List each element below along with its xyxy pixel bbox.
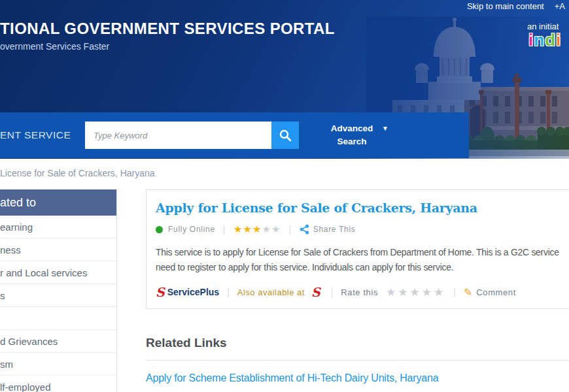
share-this-label: Share This <box>313 225 356 234</box>
star-icon: ★ <box>434 286 445 299</box>
search-bar: ENT SERVICE Advanced▼ Search <box>0 112 469 158</box>
service-links-row: S ServicePlus | Also available at S | Ra… <box>156 285 569 299</box>
star-icon: ★ <box>252 223 262 235</box>
advanced-search-line2: Search <box>337 137 366 146</box>
logo-letter: i <box>528 30 534 50</box>
portal-tagline: overnment Services Faster <box>0 41 109 52</box>
share-this-button[interactable]: Share This <box>300 224 356 235</box>
sidebar-header: ated to <box>0 189 116 216</box>
also-available-label: Also available at <box>237 287 305 297</box>
star-icon: ★ <box>410 286 422 299</box>
service-rating-stars: ★★★★★ <box>233 223 281 235</box>
comment-label: Comment <box>476 287 516 297</box>
service-title: Apply for License for Sale of Crackers, … <box>156 201 569 215</box>
logo-letter: i <box>556 30 561 50</box>
related-to-sidebar: ated to earning ness r and Local service… <box>0 189 117 392</box>
breadcrumb: License for Sale of Crackers, Haryana <box>0 168 155 178</box>
sidebar-item[interactable]: earning <box>0 216 116 238</box>
logo-letter: n <box>534 30 545 50</box>
sidebar-item[interactable]: s <box>0 284 116 307</box>
divider: | <box>223 224 226 235</box>
sidebar-item[interactable]: ness <box>0 238 116 261</box>
search-button[interactable] <box>271 122 299 149</box>
advanced-search-toggle[interactable]: Advanced▼ Search <box>326 122 378 148</box>
description-line: need to register to apply for this servi… <box>156 260 569 275</box>
portal-title: TIONAL GOVERNMENT SERVICES PORTAL <box>0 20 335 38</box>
related-links-section: Related Links Apply for Scheme Establish… <box>146 336 569 384</box>
status-badge: Fully Online <box>168 225 215 234</box>
fully-online-status-icon <box>156 226 163 233</box>
divider: | <box>453 287 456 297</box>
star-icon: ★ <box>233 223 243 235</box>
service-description: This service is to apply for License for… <box>156 245 569 275</box>
sidebar-item[interactable] <box>0 307 116 330</box>
utility-bar: Skip to main content +A <box>467 1 565 11</box>
advanced-search-line1: Advanced <box>331 123 373 133</box>
divider: | <box>288 224 291 235</box>
rate-this-label: Rate this <box>341 287 378 297</box>
india-gov-logo[interactable]: indi <box>528 30 561 50</box>
sidebar-item[interactable]: sm <box>0 353 116 376</box>
divider: | <box>331 287 334 297</box>
skip-to-content-link[interactable]: Skip to main content <box>467 1 544 11</box>
star-icon: ★ <box>386 286 398 299</box>
star-icon: ★ <box>271 223 281 235</box>
star-icon: ★ <box>398 286 409 299</box>
sidebar-item[interactable]: d Grievances <box>0 330 116 353</box>
star-icon: ★ <box>262 223 271 235</box>
service-meta-row: Fully Online | ★★★★★ | Share This <box>156 223 569 235</box>
sidebar-list: earning ness r and Local services s d Gr… <box>0 216 116 392</box>
pencil-icon: ✎ <box>464 286 472 299</box>
search-input[interactable] <box>85 122 271 149</box>
star-icon: ★ <box>422 286 434 299</box>
rate-this-stars[interactable]: ★★★★★ <box>386 286 445 299</box>
top-banner: Skip to main content +A TIONAL GOVERNMEN… <box>0 0 569 159</box>
sidebar-item[interactable]: lf-employed <box>0 376 116 392</box>
service-card: Apply for License for Sale of Crackers, … <box>146 189 569 309</box>
serviceplus-logo[interactable]: S ServicePlus <box>156 285 219 299</box>
comment-button[interactable]: ✎ Comment <box>464 286 516 299</box>
chevron-down-icon: ▼ <box>382 124 388 134</box>
share-icon <box>300 224 309 235</box>
sidebar-item[interactable]: r and Local services <box>0 261 116 284</box>
related-links-heading: Related Links <box>146 336 569 350</box>
logo-letter: d <box>545 30 556 50</box>
serviceplus-brand-label: ServicePlus <box>167 287 219 297</box>
related-link[interactable]: Apply for Scheme Establishment of Hi-Tec… <box>146 372 569 384</box>
divider: | <box>227 287 230 297</box>
search-icon <box>279 129 292 142</box>
serviceplus-s-icon: S <box>156 285 165 299</box>
section-divider <box>146 360 569 361</box>
star-icon: ★ <box>243 223 252 235</box>
serviceplus-s-icon[interactable]: S <box>311 285 320 299</box>
search-section-label: ENT SERVICE <box>0 129 71 141</box>
font-size-toggle[interactable]: +A <box>555 1 565 11</box>
description-line: This service is to apply for License for… <box>156 245 569 260</box>
